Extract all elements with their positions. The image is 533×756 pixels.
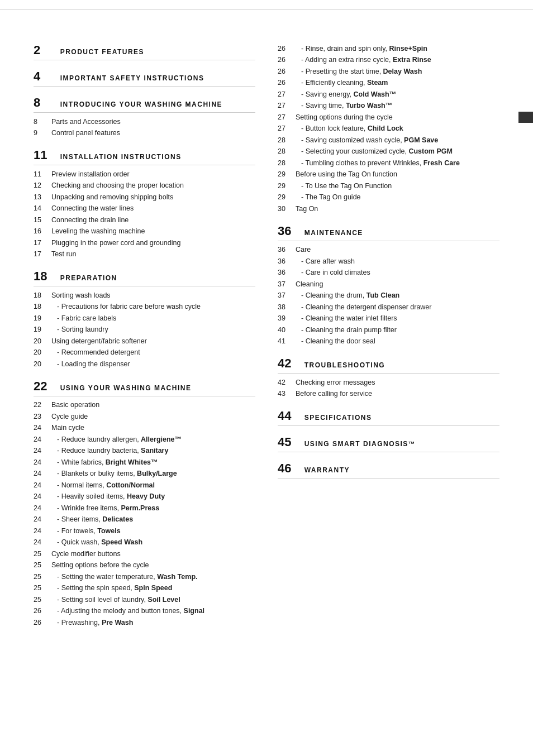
toc-page-number: 8 bbox=[34, 117, 51, 127]
toc-item: 26- Efficiently cleaning, Steam bbox=[278, 78, 499, 89]
section-header: 18 PREPARATION bbox=[34, 269, 255, 286]
section-title: PRODUCT FEATURES bbox=[55, 48, 144, 56]
toc-section: 8 INTRODUCING YOUR WASHING MACHINE8Parts… bbox=[34, 95, 255, 139]
toc-item-text: Basic operation bbox=[51, 400, 99, 410]
toc-item-text: Preview installation order bbox=[51, 170, 130, 180]
toc-item: 24- Normal items, Cotton/Normal bbox=[34, 480, 255, 491]
toc-page-number: 29 bbox=[278, 170, 296, 180]
toc-section: 11 INSTALLATION INSTRUCTIONS11Preview in… bbox=[34, 148, 255, 260]
toc-item-text: - Reduce laundry bacteria, Sanitary bbox=[51, 446, 168, 456]
toc-page-number: 20 bbox=[34, 360, 51, 370]
toc-item-text: - Cleaning the drain pump filter bbox=[296, 326, 397, 336]
section-header: 46 WARRANTY bbox=[278, 461, 499, 479]
toc-page-number: 18 bbox=[34, 291, 51, 301]
toc-item: 15Connecting the drain line bbox=[34, 214, 255, 226]
toc-page-number: 36 bbox=[278, 268, 296, 278]
toc-page-number: 24 bbox=[34, 538, 51, 548]
toc-page-number: 25 bbox=[34, 595, 51, 605]
toc-page-number: 43 bbox=[278, 389, 296, 399]
toc-page-number: 27 bbox=[278, 101, 296, 111]
toc-item-text: Setting options before the cycle bbox=[51, 561, 149, 571]
toc-item-text: Before using the Tag On function bbox=[296, 170, 397, 180]
toc-page-number: 28 bbox=[278, 147, 296, 157]
section-header: 4 IMPORTANT SAFETY INSTRUCTIONS bbox=[34, 69, 255, 87]
toc-item-text: - Care after wash bbox=[296, 257, 355, 267]
toc-item: 40- Cleaning the drain pump filter bbox=[278, 324, 499, 336]
toc-item-text: - Prewashing, Pre Wash bbox=[51, 618, 133, 628]
toc-page-number: 11 bbox=[34, 170, 51, 180]
toc-item-text: Care bbox=[296, 245, 311, 255]
toc-item: 17Test run bbox=[34, 249, 255, 261]
toc-page-number: 37 bbox=[278, 291, 296, 301]
toc-page-number: 18 bbox=[34, 302, 51, 312]
toc-item: 20- Recommended detergent bbox=[34, 347, 255, 359]
toc-item: 18- Precautions for fabric care before w… bbox=[34, 302, 255, 313]
toc-item: 24Main cycle bbox=[34, 423, 255, 434]
section-title: INTRODUCING YOUR WASHING MACHINE bbox=[55, 101, 222, 108]
toc-page-number: 24 bbox=[34, 492, 51, 502]
section-title: MAINTENANCE bbox=[299, 229, 363, 237]
toc-item-text: - Cleaning the door seal bbox=[296, 337, 375, 347]
toc-item-text: - Saving customized wash cycle, PGM Save bbox=[296, 136, 438, 146]
toc-item: 13Unpacking and removing shipping bolts bbox=[34, 192, 255, 203]
toc-page-number: 28 bbox=[278, 159, 296, 169]
toc-item: 36- Care in cold climates bbox=[278, 267, 499, 279]
toc-item: 39- Cleaning the water inlet filters bbox=[278, 313, 499, 325]
toc-item-text: Checking error messages bbox=[296, 378, 375, 388]
toc-page-number: 15 bbox=[34, 216, 51, 226]
toc-page-number: 26 bbox=[278, 55, 296, 65]
toc-item-text: - Recommended detergent bbox=[51, 348, 140, 358]
toc-item: 24- Reduce laundry allergen, Allergiene™ bbox=[34, 434, 255, 446]
toc-item: 29Before using the Tag On function bbox=[278, 169, 499, 181]
toc-item: 26- Rinse, drain and spin only, Rinse+Sp… bbox=[278, 43, 499, 55]
toc-item-text: - Selecting your customized cycle, Custo… bbox=[296, 147, 453, 157]
section-title: IMPORTANT SAFETY INSTRUCTIONS bbox=[55, 74, 204, 82]
toc-item: 37Cleaning bbox=[278, 279, 499, 290]
toc-page-number: 23 bbox=[34, 412, 51, 422]
toc-item-text: - Wrinkle free items, Perm.Press bbox=[51, 504, 159, 514]
toc-item-text: Checking and choosing the proper locatio… bbox=[51, 181, 184, 191]
toc-item: 26- Adding an extra rinse cycle, Extra R… bbox=[278, 55, 499, 66]
toc-item: 26- Presetting the start time, Delay Was… bbox=[278, 66, 499, 78]
toc-page-number: 24 bbox=[34, 515, 51, 525]
toc-page-number: 24 bbox=[34, 481, 51, 491]
toc-item: 24- Quick wash, Speed Wash bbox=[34, 537, 255, 549]
toc-item: 27- Saving time, Turbo Wash™ bbox=[278, 101, 499, 112]
toc-section: 4 IMPORTANT SAFETY INSTRUCTIONS bbox=[34, 69, 255, 87]
toc-section: 22 USING YOUR WASHING MACHINE22Basic ope… bbox=[34, 379, 255, 629]
toc-item: 27- Button lock feature, Child Lock bbox=[278, 123, 499, 135]
toc-item-text: - Rinse, drain and spin only, Rinse+Spin bbox=[296, 44, 427, 54]
toc-page-number: 26 bbox=[278, 44, 296, 54]
toc-page-number: 20 bbox=[34, 348, 51, 358]
toc-page-number: 9 bbox=[34, 128, 51, 138]
toc-item: 25Cycle modifier buttons bbox=[34, 548, 255, 560]
toc-item: 36Care bbox=[278, 245, 499, 256]
two-column-layout: 2 PRODUCT FEATURES4 IMPORTANT SAFETY INS… bbox=[34, 43, 499, 638]
toc-item-text: - Setting soil level of laundry, Soil Le… bbox=[51, 595, 180, 605]
section-title: TROUBLESHOOTING bbox=[299, 361, 385, 369]
left-column: 2 PRODUCT FEATURES4 IMPORTANT SAFETY INS… bbox=[34, 43, 255, 638]
toc-page-number: 14 bbox=[34, 204, 51, 214]
toc-item-text: Before calling for service bbox=[296, 389, 372, 399]
toc-item: 24- For towels, Towels bbox=[34, 525, 255, 537]
toc-item-text: Connecting the water lines bbox=[51, 204, 134, 214]
toc-page-number: 40 bbox=[278, 326, 296, 336]
toc-page-number: 19 bbox=[34, 314, 51, 324]
section-title: SPECIFICATIONS bbox=[299, 414, 372, 422]
toc-item-text: Main cycle bbox=[51, 423, 84, 433]
toc-item: 25- Setting the spin speed, Spin Speed bbox=[34, 583, 255, 595]
toc-section: 36 MAINTENANCE36Care36- Care after wash3… bbox=[278, 224, 499, 348]
toc-item-text: Control panel features bbox=[51, 128, 120, 138]
toc-page-number: 26 bbox=[34, 618, 51, 628]
toc-item: 22Basic operation bbox=[34, 400, 255, 412]
toc-page-number: 41 bbox=[278, 337, 296, 347]
section-header: 36 MAINTENANCE bbox=[278, 224, 499, 241]
toc-item-text: Cycle modifier buttons bbox=[51, 549, 121, 559]
toc-item: 14Connecting the water lines bbox=[34, 203, 255, 215]
section-number: 11 bbox=[34, 148, 55, 162]
toc-item-text: - Sorting laundry bbox=[51, 325, 108, 335]
toc-item: 12Checking and choosing the proper locat… bbox=[34, 180, 255, 192]
toc-section: 45 USING SMART DIAGNOSIS™ bbox=[278, 435, 499, 452]
toc-page-number: 24 bbox=[34, 423, 51, 433]
toc-page-number: 17 bbox=[34, 250, 51, 260]
